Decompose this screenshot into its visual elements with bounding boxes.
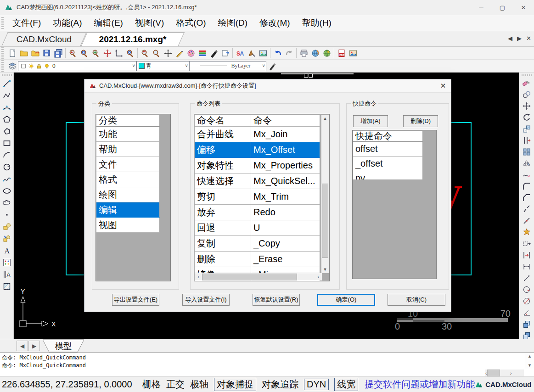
dim-aligned-icon[interactable] [521,272,533,284]
break-icon[interactable] [521,203,533,215]
scroll-down-icon[interactable]: ▼ [528,363,532,368]
chevron-down-icon[interactable]: ˅ [132,62,135,71]
find-text-icon[interactable]: SA [234,47,246,59]
brush-black-icon[interactable] [208,47,219,59]
lock-icon[interactable] [36,63,42,69]
web-globe-icon[interactable] [309,47,321,59]
menu-item-V[interactable]: 视图(V) [129,17,170,29]
polyline-icon[interactable] [1,90,12,101]
scrollbar-thumb[interactable] [202,274,297,280]
shortcut-table[interactable]: 快捷命令offset_offsetpy [352,130,437,279]
list-item[interactable]: 功能 [96,127,160,142]
layers-stack-icon[interactable] [6,60,18,72]
list-item[interactable]: 文件 [96,157,160,172]
grip-handle[interactable] [304,73,308,78]
ok-button[interactable]: 确定(O) [317,294,375,306]
dim-linear-icon[interactable] [521,261,533,272]
table-row[interactable]: 放弃Redo [195,205,320,220]
dialog-title-bar[interactable]: CAD.MxCloud-[www.mxdraw3d.com]-[命令行快捷命令设… [84,79,451,93]
scale-icon[interactable] [521,123,533,134]
close-tab-icon[interactable]: ✕ [526,35,531,42]
pan-icon[interactable] [101,47,113,59]
spline-icon[interactable] [1,173,12,185]
next-tab-icon[interactable]: ▶ [517,35,522,42]
toolbar-grip[interactable] [522,74,532,76]
scroll-down-icon[interactable]: ▼ [321,266,329,273]
list-item[interactable]: 帮助 [96,142,160,157]
chevron-down-icon[interactable]: ˅ [185,62,188,71]
erase-icon[interactable] [521,77,533,89]
dim-angle-icon[interactable] [521,307,533,318]
maximize-icon[interactable]: ▢ [492,0,513,15]
toolbar-grip[interactable] [1,47,4,59]
arc-3pt-icon[interactable] [1,101,12,113]
category-list[interactable]: 分类功能帮助文件格式绘图编辑视图 [96,114,171,281]
zoom-object-icon[interactable] [124,47,136,59]
chevron-down-icon[interactable]: ˅ [262,62,265,71]
edit-spline-icon[interactable] [521,169,533,180]
feedback-link[interactable]: 提交软件问题或增加新功能 [365,378,475,391]
table-row[interactable]: 合并曲线Mx_Join [195,127,320,142]
scrollbar-thumb[interactable] [487,370,500,376]
menu-item-M[interactable]: 修改(M) [253,17,296,29]
stretch-icon[interactable] [521,238,533,249]
table-row[interactable]: 回退U [195,220,320,236]
command-table[interactable]: 命令名命令合并曲线Mx_Join偏移Mx_Offset对象特性Mx_Proper… [194,114,330,281]
table-row[interactable]: 对象特性Mx_Properties [195,158,320,174]
text-icon[interactable]: A [1,245,12,256]
zoom-window-icon[interactable] [79,47,90,59]
document-tab[interactable]: 2021.12.16.mxg* [84,32,181,46]
web-globe2-icon[interactable] [321,47,332,59]
table-row[interactable]: 快速选择Mx_QuickSel... [195,174,320,189]
trim-icon[interactable] [521,249,533,261]
status-toggle-对象捕捉[interactable]: 对象捕捉 [214,378,256,391]
draw-pen-icon[interactable] [174,47,185,59]
prev-tab-icon[interactable]: ◀ [508,35,512,42]
bulb-icon[interactable] [44,63,50,69]
selected-line[interactable] [281,73,354,74]
table-row[interactable]: offset [353,142,423,157]
arc-icon[interactable] [1,149,12,161]
undo-icon[interactable] [272,47,283,59]
insert-image-icon[interactable] [257,47,269,59]
list-item[interactable]: 编辑 [96,202,160,218]
copy-icon[interactable] [521,89,533,100]
status-toggle-DYN[interactable]: DYN [304,379,329,390]
next-layout-icon[interactable]: ▶ [28,341,40,351]
fillet-icon[interactable] [521,180,533,192]
dialog-button-0[interactable]: 导出设置文件(E) [112,294,159,306]
menu-item-A[interactable]: 功能(A) [47,17,88,29]
open-cloud-icon[interactable] [29,47,41,59]
list-item[interactable]: 格式 [96,172,160,187]
menu-item-H[interactable]: 帮助(H) [296,17,337,29]
offset-icon[interactable] [521,134,533,146]
chamfer-icon[interactable] [521,192,533,203]
model-tab[interactable]: 模型 [42,339,84,353]
explode-icon[interactable] [521,226,533,238]
list-item[interactable]: 视图 [96,218,160,233]
menu-item-F[interactable]: 文件(F) [6,17,47,29]
table-row[interactable]: 偏移Mx_Offset [195,142,320,158]
point-style-icon[interactable] [1,257,12,268]
sun-icon[interactable] [28,63,34,69]
horizontal-scrollbar[interactable]: ‹› [195,273,322,280]
delete-button[interactable]: 删除(D) [403,115,438,127]
scrollbar-thumb[interactable] [322,184,328,258]
block-insert-icon[interactable] [1,233,12,244]
close-icon[interactable]: ✕ [513,0,534,15]
zoom-scale-icon[interactable] [151,47,162,59]
dialog-close-icon[interactable]: ✕ [435,82,451,90]
scroll-left-icon[interactable]: ‹ [195,274,202,280]
print-icon[interactable] [298,47,309,59]
prev-layout-icon[interactable]: ◀ [17,341,28,351]
scroll-right-icon[interactable]: › [315,274,322,280]
grip-handle[interactable] [309,73,313,78]
vertical-text-icon[interactable]: A [1,269,12,280]
document-tab[interactable]: CAD.MxCloud [5,32,84,46]
toolbar-grip[interactable] [1,60,4,72]
status-toggle-极轴[interactable]: 极轴 [190,378,208,391]
block-icon[interactable] [1,221,12,232]
linetype-combo[interactable]: ByLayer ˅ [189,61,266,71]
color-combo[interactable]: 青 ˅ [136,61,189,71]
table-row[interactable]: _offset [353,157,423,171]
